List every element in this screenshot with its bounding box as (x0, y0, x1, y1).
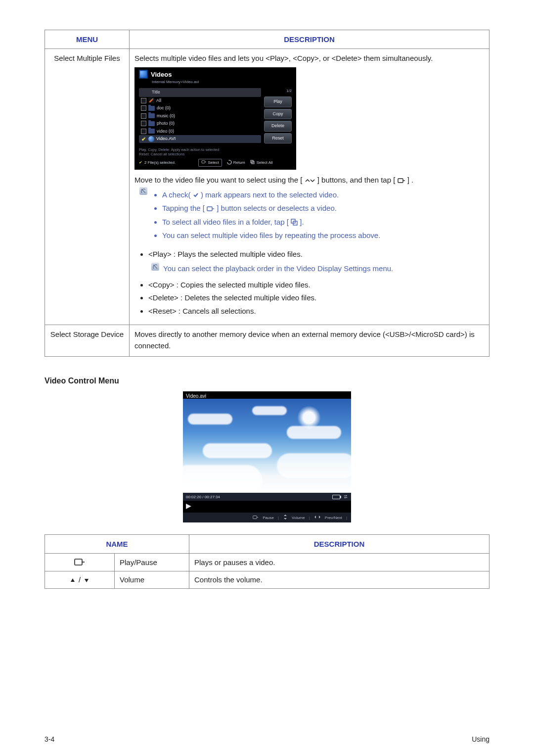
folder-icon (148, 121, 155, 126)
row-all-label: All (156, 97, 161, 104)
row-select-storage-label: Select Storage Device (45, 325, 130, 357)
row-video-label: video (0) (157, 128, 174, 135)
tip-repeat: You can select multiple video files by r… (162, 230, 484, 241)
device-screenshot-player: Video.avi 00:02:20 / 00:27:34 ▶ Pause (183, 391, 351, 522)
enter-icon (207, 205, 215, 213)
player-video-frame (183, 399, 351, 493)
tip-select-all: To select all video files in a folder, t… (162, 217, 484, 228)
side-copy-button: Copy (264, 109, 292, 120)
checkbox-icon (141, 98, 146, 103)
hint-line-2: Reset: Cancel all selections (139, 152, 184, 156)
checkmark-icon: ✔ (141, 136, 146, 142)
up-down-button-icon-cell: / (45, 571, 115, 589)
battery-icon (332, 495, 340, 499)
menu-description-table: MENU DESCRIPTION Select Multiple Files S… (44, 30, 490, 357)
svg-rect-1 (202, 161, 205, 163)
ctrl-volume-name: Volume (115, 571, 189, 589)
video-file-icon (148, 136, 154, 142)
col-header-description-2: DESCRIPTION (189, 535, 490, 554)
col-header-menu: MENU (45, 30, 130, 49)
ctrl-playpause-name: Play/Pause (115, 554, 189, 571)
videos-breadcrumb: Internal Memory>Video.avi (135, 79, 296, 86)
row-select-multiple-files-content: Selects multiple video files and lets yo… (130, 49, 490, 325)
status-selectall-label: Select All (257, 160, 273, 166)
bullet-play: <Play> : Plays the selected multiple vid… (148, 249, 484, 260)
hint-line-1: Play, Copy, Delete: Apply each action to… (139, 147, 219, 152)
folder-icon (148, 129, 155, 134)
move-c: ] . (407, 176, 414, 184)
videos-app-icon (139, 70, 148, 79)
triangle-down-icon (84, 577, 89, 584)
checkbox-icon (141, 129, 146, 134)
side-delete-button: Delete (264, 121, 292, 132)
row-photo-label: photo (0) (157, 120, 175, 127)
checkbox-icon (141, 113, 146, 119)
row-music-label: music (0) (157, 113, 175, 120)
tip3b: ]. (300, 218, 304, 226)
play-order-note: You can select the playback order in the… (163, 263, 393, 275)
svg-rect-9 (75, 559, 82, 565)
callout-note-icon (139, 187, 147, 195)
svg-rect-4 (398, 179, 403, 183)
row-doc-label: doc (0) (157, 105, 171, 112)
select-all-icon (291, 219, 298, 227)
repeat-icon (343, 494, 348, 499)
ctrl-playpause-desc: Plays or pauses a video. (189, 554, 490, 571)
callout-note-icon (151, 263, 159, 271)
triangle-up-icon (70, 577, 76, 584)
svg-rect-8 (253, 516, 257, 519)
folder-icon (148, 113, 155, 118)
enter-icon (398, 177, 405, 185)
col-header-name: NAME (45, 535, 189, 554)
row-selected-file-label: Video.AVI (156, 136, 176, 142)
hint-volume: Volume (292, 516, 305, 520)
select-all-icon (250, 160, 255, 166)
edit-all-icon (148, 97, 154, 103)
return-arrow-icon (227, 160, 232, 166)
svg-rect-5 (207, 207, 212, 211)
col-header-description: DESCRIPTION (130, 30, 490, 49)
tip-tap-button: Tapping the [ ] button selects or desele… (162, 203, 484, 214)
play-triangle-icon: ▶ (183, 501, 351, 513)
up-down-chevrons-icon (305, 177, 315, 185)
checkmark-icon (193, 191, 199, 199)
side-play-button: Play (264, 96, 292, 107)
move-b: ] buttons, and then tap [ (317, 176, 396, 184)
status-select-label: Select (208, 160, 219, 166)
checkbox-icon (141, 121, 146, 126)
bullet-reset: <Reset> : Cancels all selections. (148, 306, 484, 317)
side-reset-button: Reset (264, 133, 292, 144)
enter-button-icon-cell (45, 554, 115, 571)
hint-prevnext: Prev/Next (325, 516, 342, 520)
tip-checkmark: A check( ) mark appears next to the sele… (162, 189, 484, 201)
move-a: Move to the video file you want to selec… (134, 176, 302, 184)
prev-next-arrows-icon (314, 515, 321, 520)
bullet-copy: <Copy> : Copies the selected multiple vi… (148, 280, 484, 291)
volume-arrows-icon (283, 514, 288, 521)
row-select-multiple-files-label: Select Multiple Files (45, 49, 130, 325)
checkmark-icon: ✔ (139, 160, 142, 166)
intro-text: Selects multiple video files and lets yo… (134, 53, 484, 64)
ctrl-volume-desc: Controls the volume. (189, 571, 490, 589)
player-time: 00:02:20 / 00:27:34 (186, 495, 220, 499)
status-count: 2 File(s) selected. (144, 160, 176, 166)
move-instruction: Move to the video file you want to selec… (134, 175, 484, 186)
enter-icon (201, 160, 206, 165)
tip1b: ) mark appears next to the selected vide… (201, 190, 339, 199)
device-screenshot-videos: Videos Internal Memory>Video.avi Title (134, 67, 296, 170)
enter-icon (74, 558, 85, 567)
player-filename: Video.avi (183, 391, 351, 399)
tip2a: Tapping the [ (162, 204, 205, 212)
row-select-storage-desc: Moves directly to another memory device … (130, 325, 490, 357)
footer-page-number: 3-4 (44, 735, 54, 743)
video-control-table: NAME DESCRIPTION Play/Pause Plays or pau… (44, 534, 490, 589)
checkbox-icon (141, 105, 146, 111)
enter-icon (253, 515, 259, 520)
videos-title: Videos (151, 70, 172, 80)
section-heading-video-control: Video Control Menu (44, 377, 490, 385)
hint-pause: Pause (263, 516, 274, 520)
bullet-delete: <Delete> : Deletes the selected multiple… (148, 292, 484, 304)
list-header-title: Title (139, 88, 261, 97)
svg-rect-0 (152, 98, 153, 99)
footer-section-name: Using (472, 735, 490, 743)
